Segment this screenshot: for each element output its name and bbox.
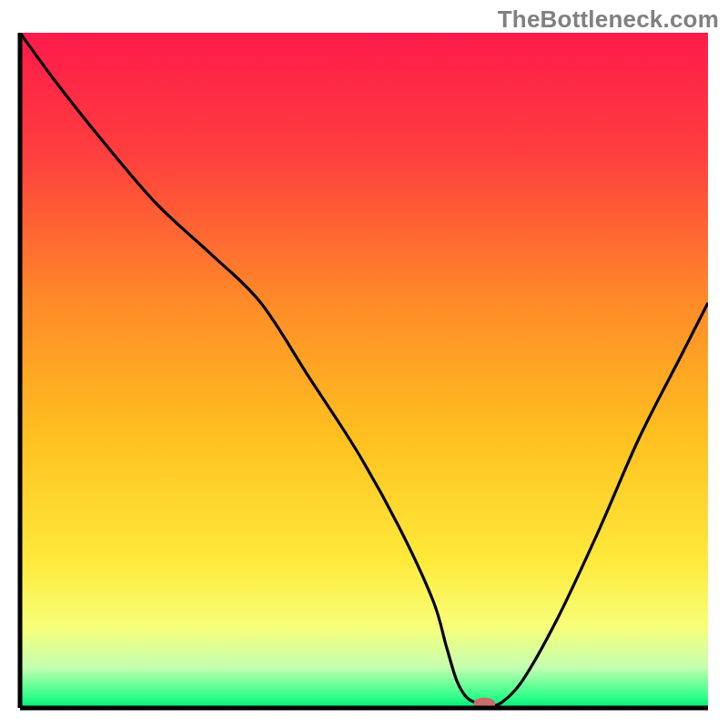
chart-svg bbox=[0, 0, 728, 728]
watermark-text: TheBottleneck.com bbox=[498, 5, 719, 34]
chart-stage: TheBottleneck.com bbox=[0, 0, 728, 728]
gradient-background bbox=[20, 33, 708, 708]
